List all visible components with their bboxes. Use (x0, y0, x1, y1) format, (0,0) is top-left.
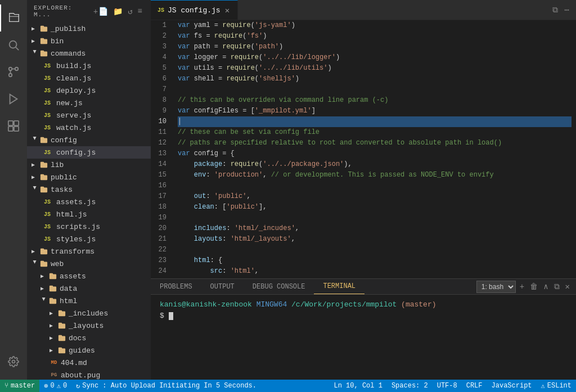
delete-terminal-icon[interactable]: 🗑 (528, 281, 539, 293)
branch-icon: ⑂ (4, 382, 8, 390)
refresh-icon[interactable]: ↺ (127, 6, 134, 17)
status-errors-item[interactable]: ⊗ 0 ⚠ 0 (39, 380, 71, 392)
sidebar-item-build-js[interactable]: JS build.js (27, 60, 151, 72)
line-number: 12 (155, 138, 166, 148)
sidebar-item-layouts[interactable]: ▶ _layouts (27, 319, 151, 332)
errors-icon: ⊗ (44, 382, 48, 390)
js-file-icon: JS (43, 111, 52, 120)
sidebar-item-docs[interactable]: ▶ docs (27, 332, 151, 344)
code-line: package: require('../../package.json'), (178, 159, 572, 170)
sidebar-item-html-js[interactable]: JS html.js (27, 208, 151, 220)
more-actions-icon[interactable]: ⋯ (562, 3, 572, 17)
tab-problems[interactable]: PROBLEMS (151, 280, 201, 294)
split-terminal-icon[interactable]: ⧉ (552, 281, 561, 293)
debug-activity-icon[interactable] (0, 85, 27, 112)
sidebar-item-label: build.js (54, 62, 91, 70)
status-line-ending-item[interactable]: CRLF (462, 380, 487, 392)
files-activity-icon[interactable] (0, 4, 27, 31)
sidebar-item-label: assets (60, 272, 86, 281)
svg-point-2 (9, 67, 12, 71)
source-control-activity-icon[interactable] (0, 58, 27, 85)
status-eslint-item[interactable]: ⚠ ESLint (537, 380, 576, 392)
split-editor-icon[interactable]: ⧉ (550, 3, 560, 17)
new-folder-icon[interactable]: 📁 (112, 6, 124, 17)
status-sync-item[interactable]: ↻ Sync : Auto Upload Initiating In 5 Sec… (71, 380, 261, 392)
sidebar-item-404-md[interactable]: MD 404.md (27, 357, 151, 369)
terminal-dollar: $ (160, 312, 169, 320)
new-file-icon[interactable]: +📄 (92, 6, 110, 17)
sidebar-item-public[interactable]: ▶ public (27, 171, 151, 183)
settings-activity-icon[interactable] (0, 348, 27, 375)
status-spaces-item[interactable]: Spaces: 2 (387, 380, 433, 392)
status-line-ending: CRLF (466, 382, 483, 390)
folder-icon (57, 309, 66, 318)
code-line (178, 84, 572, 95)
sidebar-item-data-folder[interactable]: ▶ data (27, 282, 151, 295)
sidebar-item-commands[interactable]: ▶ commands (27, 47, 151, 60)
sidebar-item-guides[interactable]: ▶ guides (27, 344, 151, 357)
search-activity-icon[interactable] (0, 31, 27, 58)
tab-output[interactable]: OUTPUT (201, 280, 244, 294)
sidebar-item-publish[interactable]: ▶ _publish (27, 22, 151, 35)
status-branch-item[interactable]: ⑂ master (0, 380, 39, 392)
sidebar-item-config-js[interactable]: JS config.js (27, 146, 151, 159)
svg-point-4 (15, 67, 19, 71)
sidebar-item-watch-js[interactable]: JS watch.js (27, 121, 151, 134)
line-number: 19 (155, 213, 166, 223)
maximize-panel-icon[interactable]: ∧ (542, 280, 550, 293)
sidebar-item-new-js[interactable]: JS new.js (27, 97, 151, 109)
line-number: 10 (155, 116, 166, 127)
sidebar-item-includes[interactable]: ▶ _includes (27, 307, 151, 319)
status-spaces: Spaces: 2 (392, 382, 428, 390)
sidebar-item-about-pug[interactable]: PG about.pug (27, 369, 151, 380)
sidebar-item-label: _publish (51, 25, 86, 33)
sidebar-item-html-folder[interactable]: ▶ html (27, 295, 151, 307)
sidebar-item-web[interactable]: ▶ web (27, 258, 151, 270)
panel-tabs: PROBLEMS OUTPUT DEBUG CONSOLE TERMINAL 1… (151, 279, 576, 295)
svg-point-0 (10, 41, 17, 48)
tab-config-js[interactable]: JS JS config.js ✕ (151, 0, 238, 20)
status-encoding-item[interactable]: UTF-8 (433, 380, 462, 392)
sidebar-item-assets-js[interactable]: JS assets.js (27, 196, 151, 208)
sidebar-item-scripts-js[interactable]: JS scripts.js (27, 220, 151, 233)
collapse-all-icon[interactable]: ≡ (137, 6, 144, 17)
line-number: 24 (155, 266, 166, 277)
tab-bar: JS JS config.js ✕ ⧉ ⋯ (151, 0, 576, 20)
line-number: 6 (155, 74, 166, 84)
chevron-icon: ▶ (32, 38, 38, 44)
sidebar-item-label: docs (69, 334, 86, 343)
sidebar-item-bin[interactable]: ▶ bin (27, 35, 151, 47)
svg-point-12 (12, 361, 15, 363)
sidebar-item-clean-js[interactable]: JS clean.js (27, 72, 151, 84)
status-warnings: 0 (63, 382, 67, 390)
tab-debug-console[interactable]: DEBUG CONSOLE (244, 280, 314, 294)
sidebar-item-assets-folder[interactable]: ▶ assets (27, 270, 151, 282)
line-number: 7 (155, 84, 166, 95)
tab-close-button[interactable]: ✕ (224, 4, 231, 16)
code-line (178, 245, 572, 255)
js-file-icon: JS (43, 210, 52, 219)
code-content[interactable]: var yaml = require('js-yaml') var fs = r… (173, 20, 576, 278)
sidebar-item-styles-js[interactable]: JS styles.js (27, 233, 151, 245)
sidebar-item-label: commands (51, 49, 86, 58)
status-position-item[interactable]: Ln 10, Col 1 (329, 380, 386, 392)
sidebar-item-lib[interactable]: ▶ lib (27, 159, 151, 171)
status-language-item[interactable]: JavaScript (487, 380, 537, 392)
shell-select[interactable]: 1: bash (476, 281, 516, 293)
add-terminal-icon[interactable]: + (518, 281, 526, 293)
sidebar-item-transforms[interactable]: ▶ transforms (27, 245, 151, 258)
activity-bar (0, 0, 27, 380)
line-number: 2 (155, 31, 166, 42)
sidebar-item-serve-js[interactable]: JS serve.js (27, 109, 151, 121)
sidebar-item-config[interactable]: ▶ config (27, 134, 151, 146)
folder-open-icon (39, 259, 48, 268)
js-file-icon: JS (43, 61, 52, 70)
sidebar-item-tasks[interactable]: ▶ tasks (27, 183, 151, 196)
tab-terminal[interactable]: TERMINAL (314, 279, 364, 294)
svg-point-3 (9, 74, 12, 77)
sidebar-item-label: data (60, 285, 77, 293)
close-panel-icon[interactable]: ✕ (564, 280, 572, 293)
svg-rect-11 (14, 127, 19, 131)
sidebar-item-deploy-js[interactable]: JS deploy.js (27, 84, 151, 97)
extensions-activity-icon[interactable] (0, 112, 27, 139)
